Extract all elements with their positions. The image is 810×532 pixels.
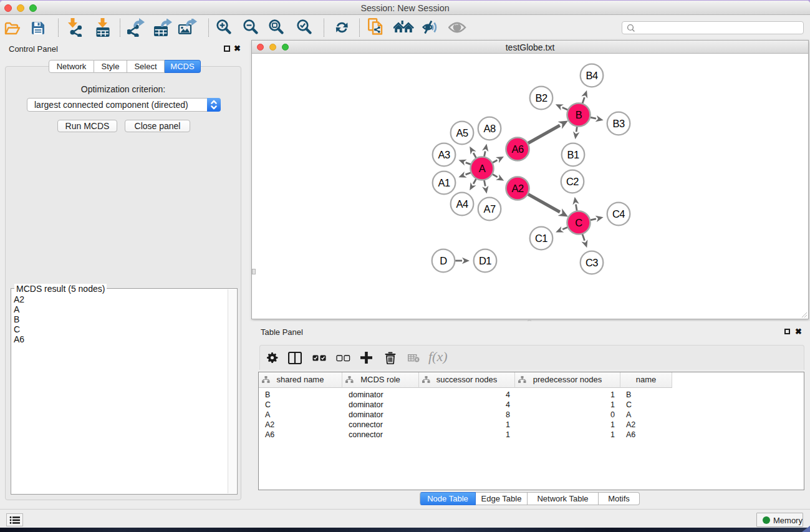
svg-text:B3: B3	[612, 118, 625, 129]
svg-text:B2: B2	[535, 92, 547, 104]
svg-text:C2: C2	[566, 176, 579, 187]
svg-text:C1: C1	[535, 233, 547, 244]
svg-text:A6: A6	[511, 143, 524, 155]
svg-text:f(x): f(x)	[428, 349, 448, 364]
svg-text:A7: A7	[483, 203, 496, 215]
svg-text:B4: B4	[586, 70, 598, 81]
svg-text:C4: C4	[612, 208, 625, 220]
svg-text:C3: C3	[586, 257, 598, 268]
svg-text:A4: A4	[456, 198, 468, 210]
svg-text:A1: A1	[438, 177, 450, 188]
svg-text:A3: A3	[438, 149, 450, 160]
svg-text:A5: A5	[456, 127, 468, 138]
svg-text:D1: D1	[479, 255, 491, 266]
svg-text:A: A	[479, 163, 486, 174]
svg-text:D: D	[440, 255, 447, 266]
svg-text:B: B	[576, 109, 582, 120]
svg-text:A8: A8	[483, 123, 496, 134]
svg-text:A2: A2	[511, 183, 524, 194]
svg-text:B1: B1	[567, 149, 579, 160]
svg-text:C: C	[575, 217, 582, 228]
